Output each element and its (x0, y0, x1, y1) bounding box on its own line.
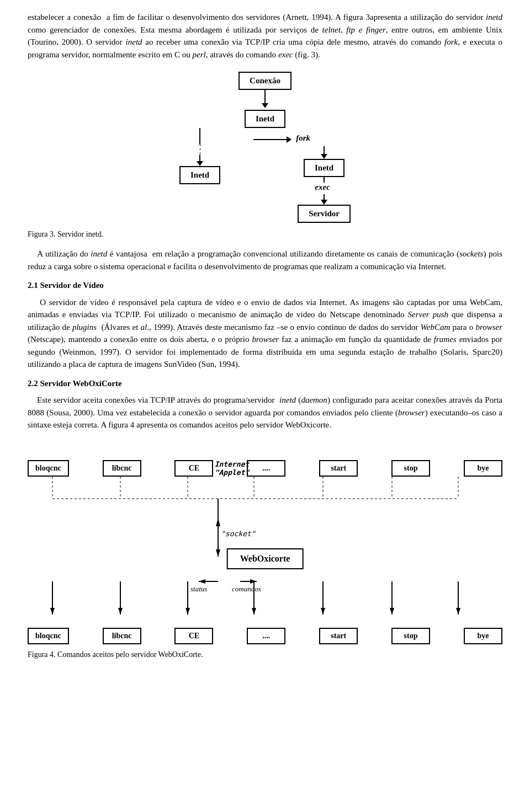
paragraph-3: O servidor de vídeo é responsável pela c… (28, 296, 502, 371)
fig4-diagram: Internet "Applet" bloqcnc libcnc CE ....… (28, 437, 502, 644)
svg-marker-23 (118, 608, 123, 615)
top-start-box: start (319, 460, 358, 477)
paragraph-1: estabelecer a conexão a fim de facilitar… (28, 11, 502, 61)
paragraph-4: Este servidor aceita conexões via TCP/IP… (28, 394, 502, 431)
fig4-connections: "socket" WebOxicorte (28, 477, 502, 576)
fig3-label: Figura 3. Servidor inetd. (28, 228, 502, 240)
fig4-bottom-boxes: bloqcnc libcnc CE .... start stop bye (28, 628, 502, 644)
svg-marker-9 (216, 518, 220, 526)
top-bye-box: bye (464, 460, 502, 477)
fig3-diagram: Conexão Inetd Inetd (28, 72, 502, 223)
svg-marker-29 (321, 608, 325, 615)
fig4-bottom-arrows-svg: status comandos (28, 576, 502, 626)
svg-text:comandos: comandos (232, 585, 261, 593)
fork-label: fork (296, 133, 310, 143)
top-libcnc-box: libcnc (103, 460, 141, 477)
svg-marker-33 (456, 608, 460, 615)
svg-marker-27 (252, 608, 256, 615)
bottom-libcnc-box: libcnc (103, 628, 141, 644)
section-22-title: 2.2 Servidor WebOxiCorte (28, 377, 502, 390)
weboxicorte-box: WebOxicorte (227, 548, 304, 569)
conexao-box: Conexão (239, 72, 292, 90)
servidor-box: Servidor (298, 205, 351, 223)
fig4-status-comandos: status comandos (28, 576, 502, 626)
exec-label: exec (315, 183, 330, 192)
inetd-left-box: Inetd (179, 166, 220, 184)
bottom-dots-box: .... (247, 628, 285, 644)
fig4-label: Figura 4. Comandos aceitos pelo servidor… (28, 649, 502, 660)
internet-applet-label: Internet "Applet" (199, 460, 265, 477)
svg-text:"socket": "socket" (221, 530, 256, 538)
section-21-title: 2.1 Servidor de Vídeo (28, 279, 502, 292)
svg-marker-13 (216, 549, 220, 557)
svg-marker-16 (199, 579, 205, 584)
bottom-bloqcnc-box: bloqcnc (28, 628, 69, 644)
bottom-ce-box: CE (174, 628, 213, 644)
bottom-stop-box: stop (391, 628, 430, 644)
svg-marker-31 (390, 608, 394, 615)
svg-marker-25 (186, 608, 190, 615)
svg-marker-21 (50, 608, 55, 615)
fig4-top-boxes: bloqcnc libcnc CE .... start stop bye (28, 460, 502, 477)
bottom-bye-box: bye (464, 628, 502, 644)
inetd-right-box: Inetd (304, 159, 344, 177)
inetd-top-box: Inetd (245, 110, 285, 128)
top-bloqcnc-box: bloqcnc (28, 460, 69, 477)
paragraph-2: A utilização do inetd é vantajosa em rel… (28, 248, 502, 273)
top-stop-box: stop (391, 460, 430, 477)
svg-text:status: status (190, 585, 207, 593)
bottom-start-box: start (319, 628, 358, 644)
